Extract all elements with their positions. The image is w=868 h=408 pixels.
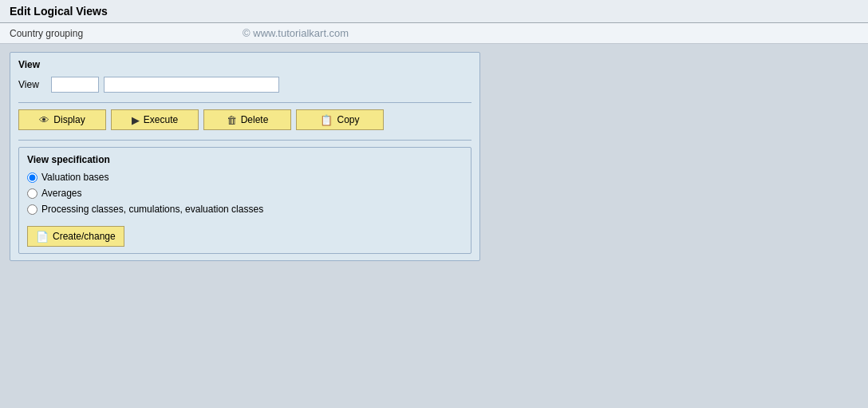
subtitle-bar: Country grouping © www.tutorialkart.com — [0, 23, 868, 44]
view-spec-panel: View specification Valuation bases Avera… — [18, 147, 471, 254]
copy-label: Copy — [337, 114, 359, 125]
radio-valuation-label: Valuation bases — [41, 172, 109, 183]
delete-icon: 🗑 — [227, 114, 237, 126]
copy-icon: 📋 — [320, 114, 333, 126]
main-content: View View 👁 Display ▶ Execute 🗑 Delete � — [0, 44, 868, 269]
radio-averages-label: Averages — [41, 188, 81, 199]
display-label: Display — [53, 114, 85, 125]
radio-processing[interactable]: Processing classes, cumulations, evaluat… — [27, 204, 463, 215]
page-title: Edit Logical Views — [10, 5, 108, 18]
view-input-row: View — [18, 77, 471, 93]
execute-label: Execute — [144, 114, 178, 125]
view-panel-title: View — [18, 59, 471, 70]
view-input-long[interactable] — [104, 77, 279, 93]
radio-valuation[interactable]: Valuation bases — [27, 172, 463, 183]
radio-averages-input[interactable] — [27, 188, 37, 199]
create-icon: 📄 — [36, 231, 49, 243]
button-row: 👁 Display ▶ Execute 🗑 Delete 📋 Copy — [18, 109, 471, 130]
delete-button[interactable]: 🗑 Delete — [203, 109, 291, 130]
divider-1 — [18, 102, 471, 103]
radio-averages[interactable]: Averages — [27, 188, 463, 199]
create-change-button[interactable]: 📄 Create/change — [27, 226, 124, 247]
view-spec-title: View specification — [27, 154, 463, 165]
subtitle-label: Country grouping — [10, 28, 83, 39]
execute-button[interactable]: ▶ Execute — [111, 109, 199, 130]
display-icon: 👁 — [39, 114, 49, 126]
copy-button[interactable]: 📋 Copy — [296, 109, 384, 130]
view-panel: View View 👁 Display ▶ Execute 🗑 Delete � — [10, 52, 480, 261]
watermark: © www.tutorialkart.com — [243, 27, 349, 39]
divider-2 — [18, 140, 471, 141]
execute-icon: ▶ — [132, 114, 140, 126]
view-label: View — [18, 79, 46, 90]
title-bar: Edit Logical Views — [0, 0, 868, 23]
display-button[interactable]: 👁 Display — [18, 109, 106, 130]
radio-group: Valuation bases Averages Processing clas… — [27, 172, 463, 215]
create-change-label: Create/change — [53, 231, 116, 242]
radio-processing-input[interactable] — [27, 204, 37, 215]
view-input-short[interactable] — [51, 77, 99, 93]
delete-label: Delete — [241, 114, 269, 125]
radio-processing-label: Processing classes, cumulations, evaluat… — [41, 204, 263, 215]
radio-valuation-input[interactable] — [27, 172, 37, 183]
